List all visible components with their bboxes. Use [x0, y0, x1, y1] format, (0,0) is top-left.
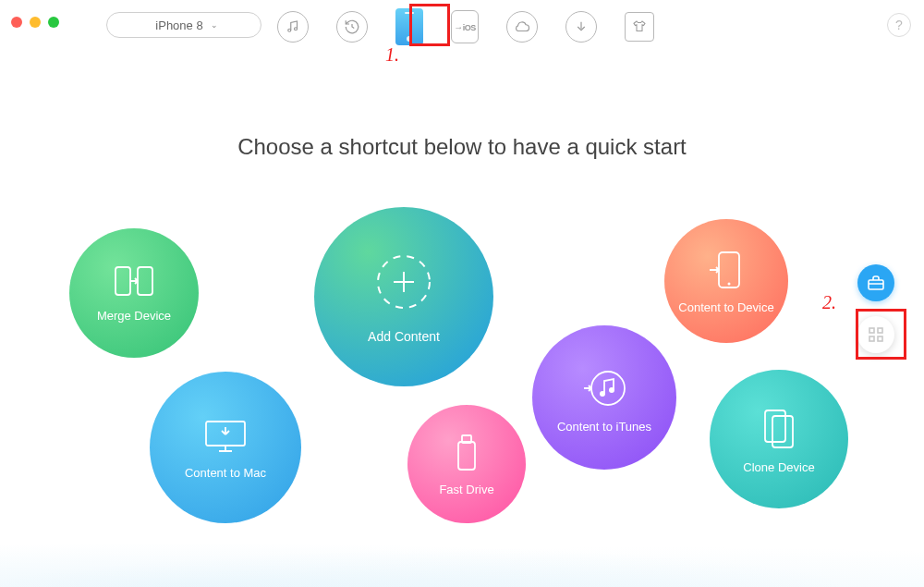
toolbox-icon [867, 275, 885, 291]
content-to-itunes-label: Content to iTunes [557, 420, 651, 434]
merge-device-shortcut[interactable]: Merge Device [69, 228, 199, 358]
music-library-icon[interactable] [277, 11, 309, 43]
svg-point-9 [600, 391, 605, 397]
merge-device-label: Merge Device [97, 309, 171, 323]
minimize-window-button[interactable] [30, 17, 41, 28]
page-headline: Choose a shortcut below to have a quick … [0, 134, 924, 160]
tshirt-icon[interactable] [625, 12, 654, 42]
fast-drive-label: Fast Drive [439, 483, 493, 496]
top-nav: →iOS [277, 8, 654, 45]
annotation-label-2: 2. [822, 292, 836, 313]
svg-rect-2 [116, 267, 130, 295]
to-ios-icon[interactable]: →iOS [451, 10, 479, 43]
fast-drive-shortcut[interactable]: Fast Drive [407, 405, 526, 523]
annotation-label-1: 1. [385, 44, 399, 66]
content-to-device-icon [708, 249, 745, 291]
add-content-icon [371, 250, 436, 314]
svg-rect-17 [878, 328, 882, 333]
device-selector-label: iPhone 8 [155, 18, 202, 32]
svg-point-0 [288, 29, 291, 31]
svg-rect-6 [458, 442, 475, 470]
add-content-shortcut[interactable]: Add Content [314, 207, 493, 386]
close-window-button[interactable] [11, 17, 22, 28]
svg-point-1 [295, 28, 298, 31]
content-to-device-label: Content to Device [678, 300, 773, 314]
grid-icon [868, 326, 884, 343]
help-icon: ? [895, 18, 903, 32]
clone-device-label: Clone Device [743, 460, 814, 474]
download-icon[interactable] [565, 11, 597, 43]
device-selector[interactable]: iPhone 8 ⌄ [106, 12, 261, 38]
merge-device-icon [113, 264, 155, 300]
svg-rect-18 [869, 336, 874, 341]
content-to-mac-shortcut[interactable]: Content to Mac [150, 372, 301, 523]
to-ios-label: →iOS [454, 22, 476, 32]
svg-rect-15 [869, 280, 883, 289]
content-to-mac-label: Content to Mac [185, 466, 266, 480]
svg-point-12 [728, 282, 731, 285]
toolbox-button[interactable] [857, 264, 894, 301]
svg-point-10 [609, 387, 614, 393]
content-to-itunes-shortcut[interactable]: Content to iTunes [532, 325, 676, 470]
clone-device-shortcut[interactable]: Clone Device [710, 370, 848, 508]
titlebar: iPhone 8 ⌄ →iOS [0, 0, 924, 46]
clone-device-icon [758, 405, 800, 451]
fast-drive-icon [453, 433, 480, 473]
svg-rect-19 [878, 336, 882, 341]
content-to-device-shortcut[interactable]: Content to Device [664, 219, 788, 343]
device-phone-icon[interactable] [395, 8, 423, 45]
svg-rect-3 [138, 267, 152, 295]
help-button[interactable]: ? [887, 13, 911, 37]
content-to-itunes-icon [580, 362, 628, 410]
svg-rect-16 [869, 328, 874, 333]
icloud-icon[interactable] [506, 11, 538, 43]
svg-rect-11 [719, 252, 739, 287]
category-grid-button[interactable] [857, 316, 894, 353]
chevron-down-icon: ⌄ [211, 20, 218, 30]
history-icon[interactable] [336, 11, 368, 43]
window-controls [11, 17, 59, 28]
zoom-window-button[interactable] [48, 17, 59, 28]
add-content-label: Add Content [368, 329, 440, 344]
content-to-mac-icon [201, 416, 250, 457]
svg-point-8 [591, 372, 625, 405]
